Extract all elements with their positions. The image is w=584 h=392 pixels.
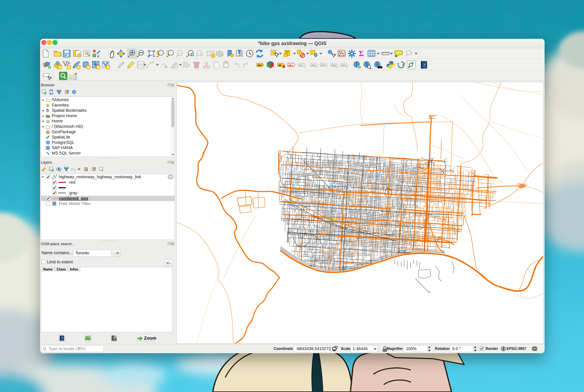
svg-text:?: ? (423, 62, 426, 68)
svg-text:ab: ab (299, 64, 302, 67)
svg-text:i: i (74, 90, 74, 94)
svg-text:abc: abc (342, 64, 346, 67)
svg-text:abc: abc (321, 64, 326, 67)
svg-text:abc: abc (311, 64, 316, 67)
svg-text:abc: abc (258, 64, 262, 67)
svg-text:i: i (329, 50, 330, 54)
svg-text:Σ: Σ (359, 49, 364, 58)
svg-text:abc: abc (331, 64, 336, 67)
svg-text:ab: ab (278, 64, 281, 67)
svg-text:abc: abc (288, 64, 293, 67)
svg-text:?: ? (62, 336, 63, 340)
svg-text:1:1: 1:1 (178, 52, 182, 55)
svg-text:ε: ε (71, 167, 73, 171)
svg-text:a: a (97, 54, 99, 58)
